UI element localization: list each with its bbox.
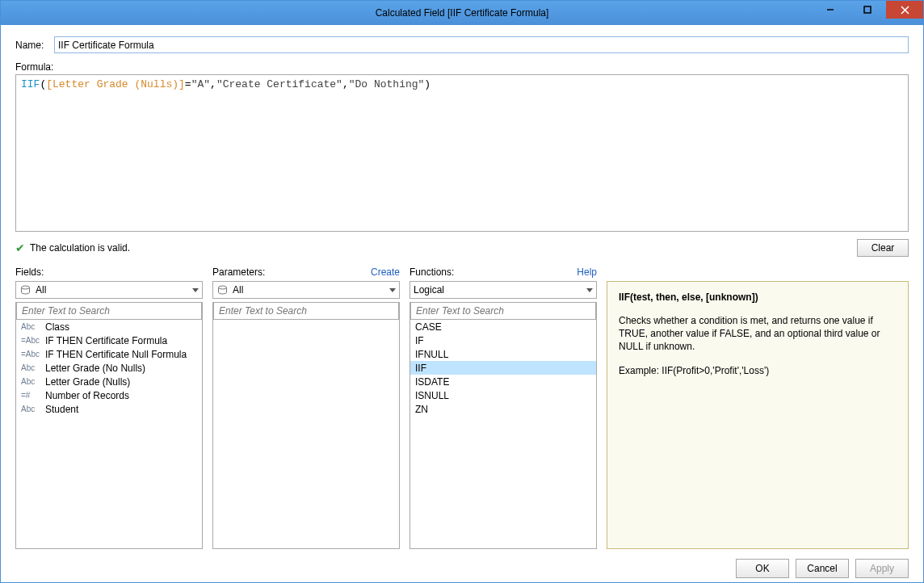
cancel-button[interactable]: Cancel: [796, 559, 849, 578]
svg-marker-7: [389, 288, 396, 292]
chevron-down-icon: [389, 284, 396, 296]
checkmark-icon: ✔: [15, 242, 25, 254]
field-type-icon: =Abc: [21, 350, 39, 359]
list-item[interactable]: ISDATE: [410, 375, 596, 388]
field-label: Class: [45, 321, 69, 333]
minimize-icon: [826, 6, 834, 14]
formula-input[interactable]: IIF([Letter Grade (Nulls)]="A","Create C…: [15, 74, 909, 232]
list-item[interactable]: AbcStudent: [16, 402, 202, 416]
parameters-dropdown[interactable]: All: [212, 281, 400, 299]
field-type-icon: =Abc: [21, 336, 39, 345]
functions-dropdown-value: Logical: [414, 284, 444, 296]
name-label: Name:: [15, 40, 48, 51]
window-controls: [812, 1, 923, 25]
function-label: CASE: [415, 321, 442, 333]
functions-search-input[interactable]: [410, 302, 596, 320]
maximize-icon: [863, 6, 872, 14]
formula-token-field: [Letter Grade (Nulls)]: [46, 78, 185, 90]
apply-button[interactable]: Apply: [855, 559, 909, 578]
svg-point-4: [21, 286, 29, 289]
functions-dropdown[interactable]: Logical: [410, 281, 597, 299]
list-item[interactable]: AbcClass: [16, 320, 202, 333]
field-label: IF THEN Certificate Null Formula: [45, 349, 187, 360]
formula-token-func: IIF: [21, 78, 40, 90]
field-label: Letter Grade (No Nulls): [45, 363, 145, 374]
field-type-icon: Abc: [21, 377, 39, 386]
datasource-icon: [19, 285, 31, 296]
fields-search-input[interactable]: [16, 302, 202, 320]
fields-label: Fields:: [15, 266, 44, 278]
fields-dropdown[interactable]: All: [15, 281, 203, 299]
functions-help-link[interactable]: Help: [577, 266, 597, 278]
parameters-label: Parameters:: [212, 266, 265, 278]
functions-label: Functions:: [410, 266, 454, 278]
list-item[interactable]: AbcLetter Grade (Nulls): [16, 375, 202, 388]
list-item[interactable]: IFNULL: [410, 347, 596, 361]
field-label: Number of Records: [45, 390, 129, 401]
svg-marker-5: [192, 288, 199, 292]
help-example: Example: IIF(Profit>0,'Profit','Loss'): [619, 365, 897, 376]
validation-status: The calculation is valid.: [30, 242, 857, 254]
chevron-down-icon: [586, 284, 593, 296]
clear-button[interactable]: Clear: [857, 239, 909, 257]
functions-panel: Functions: Help Logical CASEIFIFNULLIIFI…: [410, 265, 597, 549]
field-type-icon: =#: [21, 391, 39, 400]
close-button[interactable]: [886, 1, 923, 19]
titlebar: Calculated Field [IIF Certificate Formul…: [1, 1, 923, 25]
functions-listbox[interactable]: CASEIFIFNULLIIFISDATEISNULLZN: [410, 302, 597, 549]
parameters-panel: Parameters: Create All: [212, 265, 400, 549]
function-label: ZN: [415, 404, 428, 415]
close-icon: [901, 6, 909, 15]
ok-button[interactable]: OK: [736, 559, 789, 578]
function-label: ISDATE: [415, 376, 449, 388]
function-label: IIF: [415, 363, 426, 374]
function-label: IFNULL: [415, 349, 448, 360]
fields-dropdown-value: All: [36, 284, 46, 296]
help-signature: IIF(test, then, else, [unknown]): [619, 292, 897, 303]
help-panel: IIF(test, then, else, [unknown]) Checks …: [607, 265, 909, 549]
fields-panel: Fields: All AbcClass=AbcIF THEN Certific…: [15, 265, 203, 549]
formula-label: Formula:: [15, 61, 909, 73]
field-type-icon: Abc: [21, 322, 39, 331]
maximize-button[interactable]: [849, 1, 886, 19]
list-item[interactable]: =AbcIF THEN Certificate Formula: [16, 333, 202, 347]
field-label: Student: [45, 404, 78, 415]
field-label: Letter Grade (Nulls): [45, 376, 130, 388]
parameters-dropdown-value: All: [233, 284, 243, 296]
window-title: Calculated Field [IIF Certificate Formul…: [1, 7, 923, 19]
list-item[interactable]: CASE: [410, 320, 596, 333]
field-type-icon: Abc: [21, 405, 39, 413]
list-item[interactable]: =AbcIF THEN Certificate Null Formula: [16, 347, 202, 361]
create-parameter-link[interactable]: Create: [371, 266, 400, 278]
svg-rect-1: [864, 6, 871, 13]
list-item[interactable]: IIF: [410, 361, 596, 375]
list-item[interactable]: =#Number of Records: [16, 388, 202, 402]
parameters-listbox[interactable]: [212, 302, 400, 549]
datasource-icon: [216, 285, 228, 296]
list-item[interactable]: IF: [410, 333, 596, 347]
list-item[interactable]: AbcLetter Grade (No Nulls): [16, 361, 202, 375]
field-type-icon: Abc: [21, 363, 39, 372]
svg-marker-8: [586, 288, 593, 292]
name-input[interactable]: [54, 36, 909, 53]
minimize-button[interactable]: [812, 1, 849, 19]
parameters-search-input[interactable]: [213, 302, 399, 320]
fields-listbox[interactable]: AbcClass=AbcIF THEN Certificate Formula=…: [15, 302, 203, 549]
field-label: IF THEN Certificate Formula: [45, 335, 167, 346]
list-item[interactable]: ZN: [410, 402, 596, 416]
function-label: IF: [415, 335, 424, 346]
help-description: Checks whether a condition is met, and r…: [619, 314, 897, 354]
function-label: ISNULL: [415, 390, 449, 401]
chevron-down-icon: [192, 284, 199, 296]
svg-point-6: [218, 286, 226, 289]
list-item[interactable]: ISNULL: [410, 388, 596, 402]
